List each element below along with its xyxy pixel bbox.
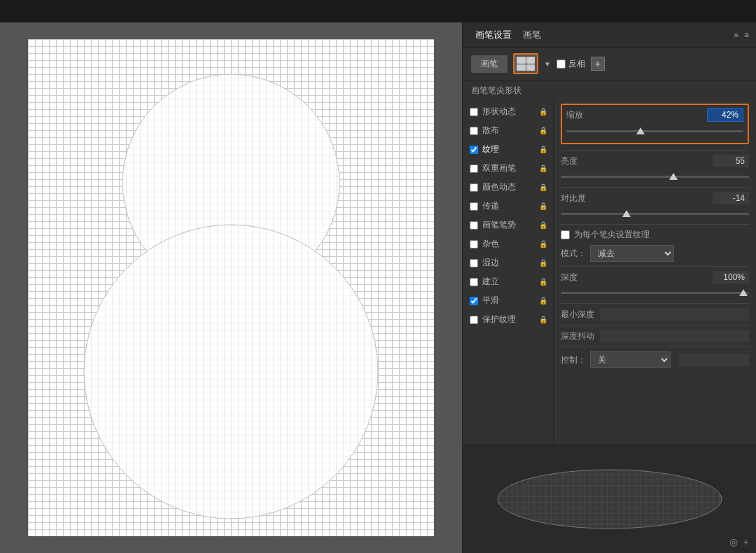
brightness-label: 亮度 <box>561 155 597 167</box>
checkbox-smooth[interactable] <box>470 297 478 305</box>
panel-header-right: » ≡ <box>734 30 749 40</box>
list-item-smooth[interactable]: 平滑 🔒 <box>463 291 553 310</box>
lock-icon-shape: 🔒 <box>539 108 547 115</box>
divider-1 <box>561 150 749 150</box>
lock-icon-noise: 🔒 <box>539 240 547 248</box>
list-item-dual-brush[interactable]: 双重画笔 🔒 <box>463 159 553 178</box>
grid-dropdown-arrow[interactable]: ▼ <box>544 60 551 68</box>
preview-add-icon[interactable]: + <box>743 536 749 547</box>
mode-row: 模式： 减去 正常 变暗 正片叠底 叠加 <box>561 245 749 262</box>
lock-icon-transfer: 🔒 <box>539 202 547 210</box>
divider-5 <box>561 303 749 304</box>
checkbox-transfer[interactable] <box>470 202 478 211</box>
scale-input[interactable] <box>707 108 743 122</box>
control-label: 控制： <box>561 354 586 366</box>
depth-jitter-label: 深度抖动 <box>561 330 597 342</box>
list-item-brush-pose[interactable]: 画笔笔势 🔒 <box>463 216 553 234</box>
per-tip-checkbox-row[interactable]: 为每个笔尖设置纹理 <box>561 229 749 241</box>
add-button[interactable]: + <box>591 57 605 71</box>
list-item-transfer[interactable]: 传递 🔒 <box>463 197 553 216</box>
list-item-color-dynamic[interactable]: 颜色动态 🔒 <box>463 178 553 197</box>
brightness-row: 亮度 <box>561 155 749 167</box>
tab-brush[interactable]: 画笔 <box>517 27 547 43</box>
min-depth-row: 最小深度 <box>561 308 749 321</box>
contrast-thumb <box>622 210 631 217</box>
depth-slider[interactable] <box>561 286 749 299</box>
list-item-scatter[interactable]: 散布 🔒 <box>463 121 553 140</box>
lock-icon-color: 🔒 <box>539 183 547 191</box>
per-tip-label: 为每个笔尖设置纹理 <box>574 229 650 241</box>
scale-thumb <box>636 127 645 134</box>
list-item-wet-edges[interactable]: 湿边 🔒 <box>463 253 553 272</box>
scale-row: 缩放 <box>566 108 743 122</box>
min-depth-label: 最小深度 <box>561 309 597 321</box>
checkbox-protect-texture[interactable] <box>470 316 478 324</box>
checkbox-color-dynamic[interactable] <box>470 183 478 192</box>
checkbox-noise[interactable] <box>470 240 478 248</box>
list-item-protect-texture[interactable]: 保护纹理 🔒 <box>463 310 553 329</box>
left-list: 形状动态 🔒 散布 🔒 纹理 🔒 双重画笔 🔒 <box>463 99 554 444</box>
brush-preview <box>28 39 434 536</box>
checkbox-wet-edges[interactable] <box>470 259 478 267</box>
brightness-slider[interactable] <box>561 170 749 183</box>
divider-3 <box>561 224 749 225</box>
preview-bottom-bar: ◎ + <box>729 536 749 547</box>
panel-header: 画笔设置 画笔 » ≡ <box>463 22 756 48</box>
lock-icon-wet: 🔒 <box>539 259 547 267</box>
lock-icon-smooth: 🔒 <box>539 297 547 304</box>
preview-area: ◎ + <box>463 444 756 553</box>
scale-section: 缩放 <box>561 104 749 144</box>
canvas-area <box>0 22 462 553</box>
lock-icon-scatter: 🔒 <box>539 127 547 134</box>
scale-slider-row <box>566 125 743 137</box>
list-item-shape-dynamic[interactable]: 形状动态 🔒 <box>463 102 553 121</box>
mode-select[interactable]: 减去 正常 变暗 正片叠底 叠加 <box>590 245 674 262</box>
menu-icon[interactable]: ≡ <box>744 30 749 40</box>
list-item-noise[interactable]: 杂色 🔒 <box>463 234 553 253</box>
contrast-slider-row <box>561 207 749 220</box>
contrast-label: 对比度 <box>561 192 597 204</box>
grid-cell-3 <box>517 64 526 71</box>
contrast-slider[interactable] <box>561 207 749 220</box>
divider-4 <box>561 266 749 267</box>
reverse-checkbox[interactable] <box>556 59 566 69</box>
right-panel: 画笔设置 画笔 » ≡ 画笔 ▼ 反相 + 画笔笔尖形状 <box>462 22 756 553</box>
checkbox-brush-pose[interactable] <box>470 221 478 230</box>
grid-icon-button[interactable] <box>513 53 538 74</box>
top-bar <box>0 0 756 22</box>
brightness-input[interactable] <box>713 155 749 167</box>
mode-label: 模式： <box>561 248 586 260</box>
per-tip-checkbox[interactable] <box>561 230 570 239</box>
checkbox-texture[interactable] <box>470 146 478 154</box>
control-extra <box>679 354 750 366</box>
tab-brush-settings[interactable]: 画笔设置 <box>470 27 517 43</box>
contrast-input[interactable] <box>713 192 749 204</box>
depth-row: 深度 <box>561 271 749 284</box>
checkbox-shape-dynamic[interactable] <box>470 108 478 116</box>
list-item-texture[interactable]: 纹理 🔒 <box>463 140 553 159</box>
brush-button[interactable]: 画笔 <box>471 55 507 73</box>
canvas-white <box>28 39 434 536</box>
divider-7 <box>561 346 749 347</box>
preview-eye-icon[interactable]: ◎ <box>729 536 738 547</box>
depth-jitter-input[interactable] <box>600 330 749 342</box>
brightness-thumb <box>669 173 678 180</box>
lock-icon-build: 🔒 <box>539 278 547 286</box>
lock-icon-pose: 🔒 <box>539 221 547 229</box>
more-icon[interactable]: » <box>734 30 738 40</box>
panel-content: 形状动态 🔒 散布 🔒 纹理 🔒 双重画笔 🔒 <box>463 99 756 444</box>
checkbox-build[interactable] <box>470 278 478 286</box>
depth-input[interactable] <box>713 271 749 284</box>
divider-2 <box>561 187 749 188</box>
svg-rect-4 <box>42 50 420 526</box>
lock-icon-dual: 🔒 <box>539 164 547 172</box>
min-depth-input[interactable] <box>600 308 749 321</box>
control-select[interactable]: 关 渐隐 钢笔压力 <box>590 351 671 368</box>
scale-slider[interactable] <box>566 125 743 137</box>
divider-6 <box>561 325 749 326</box>
list-item-build[interactable]: 建立 🔒 <box>463 272 553 291</box>
checkbox-dual-brush[interactable] <box>470 164 478 173</box>
panel-top-section: 画笔 ▼ 反相 + <box>463 48 756 80</box>
reverse-label[interactable]: 反相 <box>556 58 585 70</box>
checkbox-scatter[interactable] <box>470 127 478 135</box>
